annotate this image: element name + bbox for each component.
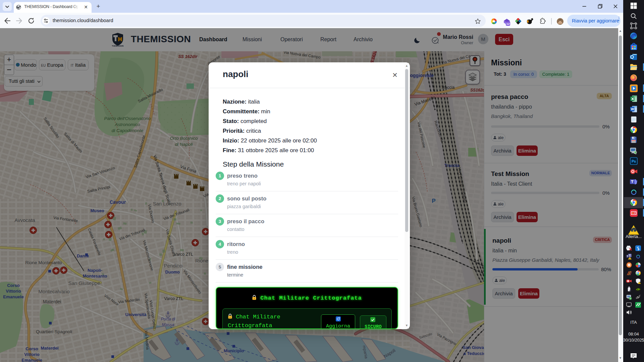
svg-text:Ps: Ps — [632, 159, 636, 163]
svg-text:12: 12 — [506, 22, 510, 25]
